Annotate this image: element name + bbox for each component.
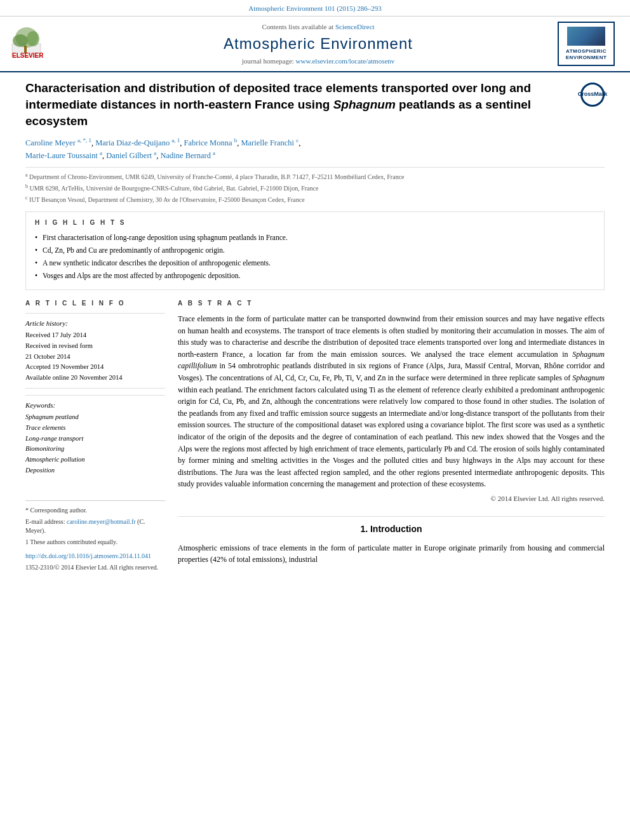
authors-line: Caroline Meyer a, *, 1, Maria Diaz-de-Qu… [25,137,605,161]
accepted-date: Accepted 19 November 2014 [25,363,165,372]
affiliation-a: a Department of Chrono-Environment, UMR … [25,171,605,182]
equal-contribution-note: 1 These authors contributed equally. [25,538,165,547]
keyword-item: Atmospheric pollution [25,455,165,465]
abstract-column: A B S T R A C T Trace elements in the fo… [178,299,605,572]
article-info-label: A R T I C L E I N F O [25,299,165,308]
highlight-item: Vosges and Alps are the most affected by… [35,270,595,281]
keyword-item: Sphagnum peatland [25,413,165,422]
publisher-logo-area: ELSEVIER [9,25,79,63]
introduction-heading: 1. Introduction [178,523,605,536]
journal-logo-title-line1: ATMOSPHERIC [566,48,607,55]
journal-citation-bar: Atmospheric Environment 101 (2015) 286–2… [0,0,630,17]
journal-logo-image [567,27,605,46]
affiliation-c: c IUT Besançon Vesoul, Department of Che… [25,194,605,204]
abstract-label: A B S T R A C T [178,299,605,308]
journal-citation-text: Atmospheric Environment 101 (2015) 286–2… [248,4,382,12]
abstract-text: Trace elements in the form of particulat… [178,313,605,490]
sciencedirect-link-text[interactable]: ScienceDirect [335,23,375,30]
introduction-text: Atmospheric emissions of trace elements … [178,542,605,566]
crossmark-icon[interactable]: CrossMark [580,83,605,107]
issn-line: 1352-2310/© 2014 Elsevier Ltd. All right… [25,563,165,572]
highlight-item: Cd, Zn, Pb and Cu are predominantly of a… [35,245,595,255]
introduction-section: 1. Introduction Atmospheric emissions of… [178,516,605,566]
main-content: Characterisation and distribution of dep… [0,72,630,585]
svg-point-2 [13,34,28,47]
elsevier-logo-icon: ELSEVIER [9,25,72,60]
available-online-date: Available online 20 November 2014 [25,373,165,383]
keyword-item: Long-range transport [25,434,165,444]
highlights-section: H I G H L I G H T S First characterisati… [25,211,605,290]
journal-logo-title-line2: ENVIRONMENT [566,55,607,61]
corresponding-author-note: * Corresponding author. [25,506,165,515]
revised-date: 21 October 2014 [25,352,165,362]
affiliations-section: a Department of Chrono-Environment, UMR … [25,167,605,205]
article-info-column: A R T I C L E I N F O Article history: R… [25,299,165,572]
keyword-item: Biomonitoring [25,444,165,454]
journal-homepage: journal homepage: www.elsevier.com/locat… [85,57,551,66]
email-footnote: E-mail address: caroline.meyer@hotmail.f… [25,517,165,535]
received-date: Received 17 July 2014 [25,331,165,340]
article-title: Characterisation and distribution of dep… [25,80,574,129]
article-body-columns: A R T I C L E I N F O Article history: R… [25,299,605,572]
footnotes-area: * Corresponding author. E-mail address: … [25,500,165,572]
journal-header: ELSEVIER Contents lists available at Sci… [0,17,630,72]
crossmark-badge[interactable]: CrossMark [580,83,605,107]
revised-label: Received in revised form [25,342,165,351]
keywords-section: Keywords: Sphagnum peatland Trace elemen… [25,395,165,476]
journal-header-center: Contents lists available at ScienceDirec… [85,22,551,66]
divider [25,388,165,389]
article-title-section: Characterisation and distribution of dep… [25,80,605,129]
copyright-notice: © 2014 Elsevier Ltd. All rights reserved… [178,494,605,503]
highlights-label: H I G H L I G H T S [35,218,595,227]
doi-link[interactable]: http://dx.doi.org/10.1016/j.atmosenv.201… [25,552,151,559]
affiliation-b: b UMR 6298, ArTeHis, Université de Bourg… [25,183,605,193]
author-email-link[interactable]: caroline.meyer@hotmail.fr [67,518,136,525]
keyword-item: Deposition [25,466,165,476]
divider [25,313,165,314]
journal-logo-box: ATMOSPHERIC ENVIRONMENT [558,22,615,66]
svg-text:ELSEVIER: ELSEVIER [12,52,44,59]
homepage-url[interactable]: www.elsevier.com/locate/atmosenv [296,57,395,65]
keyword-item: Trace elements [25,423,165,433]
journal-logo-area: ATMOSPHERIC ENVIRONMENT [558,22,621,66]
svg-point-3 [27,31,39,46]
doi-section: http://dx.doi.org/10.1016/j.atmosenv.201… [25,552,165,561]
highlight-item: A new synthetic indicator describes the … [35,258,595,268]
sciencedirect-link: Contents lists available at ScienceDirec… [85,22,551,32]
journal-title: Atmospheric Environment [85,33,551,55]
highlight-item: First characterisation of long-range dep… [35,232,595,243]
keywords-title: Keywords: [25,401,165,410]
article-history-title: Article history: [25,319,165,328]
